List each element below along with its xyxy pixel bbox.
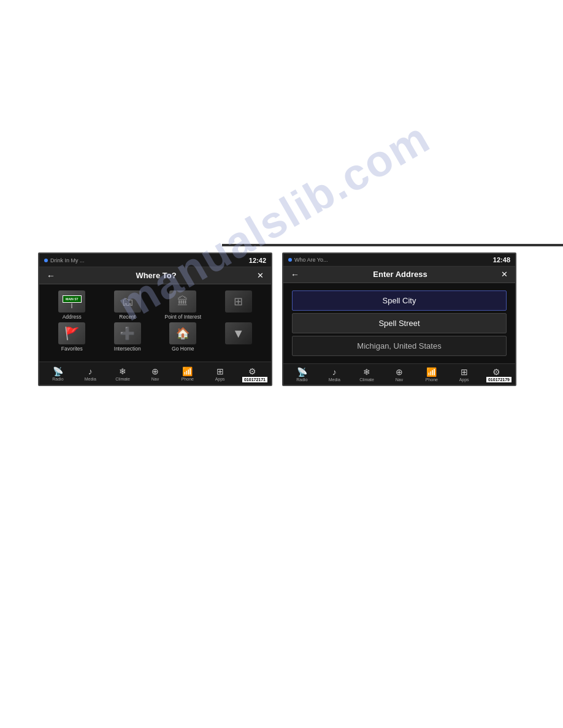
title-text-left: Where To? <box>61 271 251 280</box>
media-label-right: Media <box>329 377 340 382</box>
apps-icon-left: ⊞ <box>216 366 224 376</box>
menu-item-more[interactable]: ▼ <box>212 322 266 352</box>
status-text-right: Who Are Yo... <box>294 257 328 263</box>
spell-city-label: Spell City <box>383 296 416 305</box>
misc1-icon: ⊞ <box>225 290 252 313</box>
radio-icon-right: 📡 <box>297 367 307 377</box>
nav-apps-left[interactable]: ⊞ Apps <box>209 366 231 381</box>
phone-icon-left: 📶 <box>182 366 193 376</box>
favorites-label: Favorites <box>61 346 83 352</box>
back-button-right[interactable]: ← <box>288 270 302 279</box>
status-time-left: 12:42 <box>249 257 266 264</box>
apps-label-right: Apps <box>459 377 469 382</box>
nav-label-left: Nav <box>151 377 159 381</box>
radio-label-left: Radio <box>52 377 63 381</box>
image-number-right: 010172179 <box>486 377 511 382</box>
status-time-right: 12:48 <box>493 256 510 264</box>
settings-icon-left: ⚙ <box>248 366 256 376</box>
address-label: Address <box>63 314 82 320</box>
radio-icon-left: 📡 <box>53 366 63 376</box>
title-bar-right: ← Enter Address ✕ <box>283 267 515 283</box>
status-info-left: Drink In My ... <box>44 257 85 264</box>
menu-grid: MAIN ST Address 🗂 Recent <box>43 288 267 354</box>
nav-phone-left[interactable]: 📶 Phone <box>177 366 199 381</box>
media-label-left: Media <box>85 377 96 381</box>
menu-item-recent[interactable]: 🗂 Recent <box>101 290 155 320</box>
status-dot-right <box>288 258 292 262</box>
back-button-left[interactable]: ← <box>44 271 58 281</box>
radio-label-right: Radio <box>296 377 307 382</box>
screens-row: Drink In My ... 12:42 ← Where To? ✕ MAI <box>38 252 516 386</box>
image-number-left: 010172171 <box>242 377 267 382</box>
poi-label: Point of Interest <box>164 314 201 320</box>
climate-icon-left: ❄ <box>119 366 126 376</box>
phone-icon-right: 📶 <box>426 367 437 377</box>
apps-label-left: Apps <box>215 377 225 381</box>
spell-street-label: Spell Street <box>378 319 419 328</box>
nav-label-right: Nav <box>396 377 403 382</box>
address-item-spell-city[interactable]: Spell City <box>292 290 507 311</box>
status-bar-right: Who Are Yo... 12:48 <box>283 254 515 267</box>
intersection-label: Intersection <box>114 346 141 352</box>
nav-radio-left[interactable]: 📡 Radio <box>47 366 69 381</box>
address-item-spell-street[interactable]: Spell Street <box>292 313 507 333</box>
screen-right: Who Are Yo... 12:48 ← Enter Address ✕ Sp… <box>282 252 516 386</box>
climate-icon-right: ❄ <box>363 367 370 377</box>
phone-label-right: Phone <box>426 377 438 382</box>
close-button-right[interactable]: ✕ <box>499 270 510 279</box>
menu-item-poi[interactable]: 🏛 Point of Interest <box>156 290 210 320</box>
media-icon-right: ♪ <box>332 367 337 377</box>
nav-radio-right[interactable]: 📡 Radio <box>291 367 313 382</box>
address-icon: MAIN ST <box>58 290 85 313</box>
menu-item-gohome[interactable]: 🏠 Go Home <box>156 322 210 352</box>
recent-label: Recent <box>119 314 136 320</box>
nav-nav-right[interactable]: ⊕ Nav <box>388 367 410 382</box>
status-dot-left <box>44 259 48 262</box>
status-info-right: Who Are Yo... <box>288 257 328 263</box>
bottom-nav-right: 📡 Radio ♪ Media ❄ Climate ⊕ Nav 📶 Ph <box>283 363 515 385</box>
climate-label-left: Climate <box>115 377 130 381</box>
page-container: manualslib.com Drink In My ... 12:42 ← W… <box>0 0 563 728</box>
apps-icon-right: ⊞ <box>461 367 468 377</box>
nav-media-left[interactable]: ♪ Media <box>79 366 101 381</box>
menu-item-favorites[interactable]: 🚩 Favorites <box>45 322 99 352</box>
intersection-icon: ➕ <box>114 322 141 344</box>
title-bar-left: ← Where To? ✕ <box>39 267 271 284</box>
gohome-label: Go Home <box>172 346 194 352</box>
nav-icon-right: ⊕ <box>396 367 403 377</box>
phone-label-left: Phone <box>182 377 194 381</box>
more-icon: ▼ <box>225 322 252 344</box>
settings-icon-right: ⚙ <box>492 367 500 377</box>
street-sign-graphic: MAIN ST <box>63 295 82 308</box>
menu-item-intersection[interactable]: ➕ Intersection <box>101 322 155 352</box>
content-area-right: Spell City Spell Street Michigan, United… <box>283 283 515 363</box>
bottom-nav-left: 📡 Radio ♪ Media ❄ Climate ⊕ Nav 📶 Ph <box>39 362 271 385</box>
status-bar-left: Drink In My ... 12:42 <box>39 254 271 267</box>
divider-line <box>222 244 563 246</box>
gohome-icon: 🏠 <box>169 322 196 344</box>
menu-item-misc1[interactable]: ⊞ <box>212 290 266 320</box>
title-text-right: Enter Address <box>305 270 495 279</box>
content-area-left: MAIN ST Address 🗂 Recent <box>39 284 271 362</box>
close-button-left[interactable]: ✕ <box>255 271 266 280</box>
nav-apps-right[interactable]: ⊞ Apps <box>453 367 475 382</box>
address-list: Spell City Spell Street Michigan, United… <box>287 287 511 360</box>
nav-climate-right[interactable]: ❄ Climate <box>356 367 378 382</box>
status-text-left: Drink In My ... <box>50 257 85 264</box>
menu-item-address[interactable]: MAIN ST Address <box>45 290 99 320</box>
nav-nav-left[interactable]: ⊕ Nav <box>144 366 166 381</box>
address-item-region[interactable]: Michigan, United States <box>292 336 507 356</box>
nav-phone-right[interactable]: 📶 Phone <box>421 367 443 382</box>
media-icon-left: ♪ <box>88 366 93 376</box>
poi-icon: 🏛 <box>169 290 196 313</box>
favorites-icon: 🚩 <box>58 322 85 344</box>
region-label: Michigan, United States <box>357 341 441 351</box>
screen-left: Drink In My ... 12:42 ← Where To? ✕ MAI <box>38 252 272 386</box>
nav-icon-left: ⊕ <box>151 366 159 376</box>
climate-label-right: Climate <box>359 377 374 382</box>
recent-icon: 🗂 <box>114 290 141 313</box>
nav-media-right[interactable]: ♪ Media <box>323 367 345 382</box>
nav-climate-left[interactable]: ❄ Climate <box>112 366 134 381</box>
